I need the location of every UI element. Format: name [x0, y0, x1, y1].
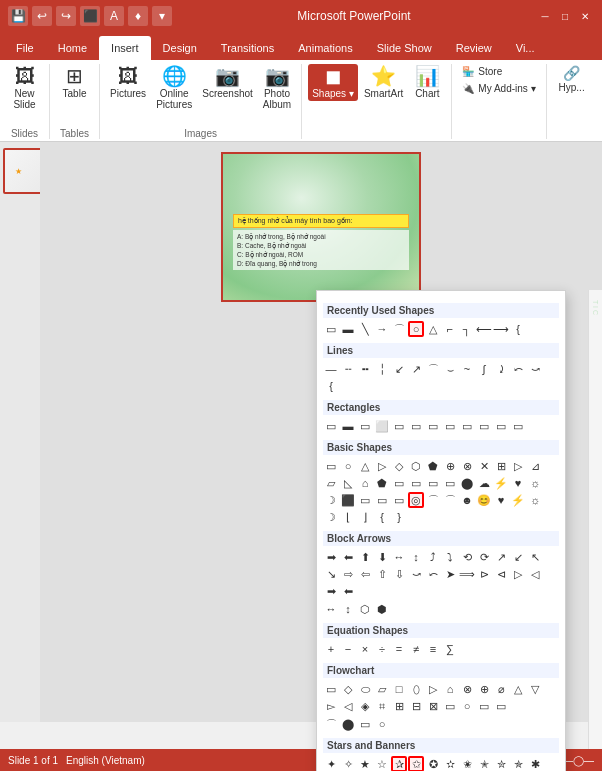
line-brace[interactable]: { [323, 378, 339, 394]
new-slide-btn[interactable]: 🖼 NewSlide [7, 64, 43, 112]
basic-43[interactable]: { [374, 509, 390, 525]
shape-arrow-r[interactable]: ⟶ [493, 321, 509, 337]
tab-slideshow[interactable]: Slide Show [365, 36, 444, 60]
fc-6[interactable]: ⬯ [408, 681, 424, 697]
rect-1[interactable]: ▭ [323, 418, 339, 434]
basic-34[interactable]: ⌒ [442, 492, 458, 508]
shape-corner[interactable]: ⌐ [442, 321, 458, 337]
fc-4[interactable]: ▱ [374, 681, 390, 697]
basic-40[interactable]: ☽ [323, 509, 339, 525]
rect-4[interactable]: ⬜ [374, 418, 390, 434]
basic-29[interactable]: ▭ [357, 492, 373, 508]
fc-21[interactable]: ▭ [442, 698, 458, 714]
tab-design[interactable]: Design [151, 36, 209, 60]
fc-1[interactable]: ▭ [323, 681, 339, 697]
fc-7[interactable]: ▷ [425, 681, 441, 697]
shape-oval-selected[interactable]: ○ [408, 321, 424, 337]
basic-28[interactable]: ⬛ [340, 492, 356, 508]
star-3[interactable]: ★ [357, 756, 373, 771]
fc-20[interactable]: ⊠ [425, 698, 441, 714]
save-icon[interactable]: 💾 [8, 6, 28, 26]
pictures-btn[interactable]: 🖼 Pictures [106, 64, 150, 101]
star-4[interactable]: ☆ [374, 756, 390, 771]
eq-2[interactable]: − [340, 641, 356, 657]
rect-3[interactable]: ▭ [357, 418, 373, 434]
slide-canvas[interactable]: hệ thống nhớ của máy tính bao gồm: A: Bộ… [221, 152, 421, 302]
basic-35[interactable]: ☻ [459, 492, 475, 508]
shapes-btn[interactable]: ◼ Shapes ▾ [308, 64, 358, 101]
star-11[interactable]: ✮ [493, 756, 509, 771]
tab-view[interactable]: Vi... [504, 36, 547, 60]
fc-22[interactable]: ○ [459, 698, 475, 714]
eq-6[interactable]: ≠ [408, 641, 424, 657]
chart-btn[interactable]: 📊 Chart [409, 64, 445, 101]
store-btn[interactable]: 🏪 Store [458, 64, 528, 79]
shape-arrow-l[interactable]: ⟵ [476, 321, 492, 337]
line-10[interactable]: ∫ [476, 361, 492, 377]
basic-14[interactable]: ▱ [323, 475, 339, 491]
fc-24[interactable]: ▭ [493, 698, 509, 714]
ba-16[interactable]: ⇦ [357, 566, 373, 582]
star-6-selected[interactable]: ✩ [408, 756, 424, 771]
present-icon[interactable]: ⬛ [80, 6, 100, 26]
basic-1[interactable]: ▭ [323, 458, 339, 474]
ba-24[interactable]: ⊲ [493, 566, 509, 582]
basic-25[interactable]: ♥ [510, 475, 526, 491]
fc-8[interactable]: ⌂ [442, 681, 458, 697]
ba-13[interactable]: ↖ [527, 549, 543, 565]
ba-8[interactable]: ⤵ [442, 549, 458, 565]
ba-1[interactable]: ➡ [323, 549, 339, 565]
basic-26[interactable]: ☼ [527, 475, 543, 491]
line-9[interactable]: ~ [459, 361, 475, 377]
screenshot-btn[interactable]: 📷 Screenshot [198, 64, 257, 101]
line-13[interactable]: ⤻ [527, 361, 543, 377]
ba-18[interactable]: ⇩ [391, 566, 407, 582]
ba-30[interactable]: ↕ [340, 601, 356, 617]
ba-31[interactable]: ⬡ [357, 601, 373, 617]
basic-36[interactable]: 😊 [476, 492, 492, 508]
fc-2[interactable]: ◇ [340, 681, 356, 697]
line-3[interactable]: ╍ [357, 361, 373, 377]
tab-file[interactable]: File [4, 36, 46, 60]
star-13[interactable]: ✱ [527, 756, 543, 771]
rect-11[interactable]: ▭ [493, 418, 509, 434]
ba-2[interactable]: ⬅ [340, 549, 356, 565]
shape-arc[interactable]: ⌒ [391, 321, 407, 337]
star-1[interactable]: ✦ [323, 756, 339, 771]
maximize-btn[interactable]: □ [556, 7, 574, 25]
ba-5[interactable]: ↔ [391, 549, 407, 565]
tab-transitions[interactable]: Transitions [209, 36, 286, 60]
fc-26[interactable]: ⬤ [340, 716, 356, 732]
line-4[interactable]: ╎ [374, 361, 390, 377]
basic-39[interactable]: ☼ [527, 492, 543, 508]
ba-22[interactable]: ⟹ [459, 566, 475, 582]
basic-27[interactable]: ☽ [323, 492, 339, 508]
ba-19[interactable]: ⤻ [408, 566, 424, 582]
eq-4[interactable]: ÷ [374, 641, 390, 657]
basic-15[interactable]: ◺ [340, 475, 356, 491]
table-btn[interactable]: ⊞ Table [57, 64, 93, 101]
ba-23[interactable]: ⊳ [476, 566, 492, 582]
ba-9[interactable]: ⟲ [459, 549, 475, 565]
close-btn[interactable]: ✕ [576, 7, 594, 25]
ba-12[interactable]: ↙ [510, 549, 526, 565]
ba-14[interactable]: ↘ [323, 566, 339, 582]
smartart-btn[interactable]: ⭐ SmartArt [360, 64, 407, 101]
star-7[interactable]: ✪ [425, 756, 441, 771]
rect-7[interactable]: ▭ [425, 418, 441, 434]
ba-27[interactable]: ➡ [323, 583, 339, 599]
fc-15[interactable]: ◁ [340, 698, 356, 714]
basic-42[interactable]: ⌋ [357, 509, 373, 525]
basic-24[interactable]: ⚡ [493, 475, 509, 491]
fc-18[interactable]: ⊞ [391, 698, 407, 714]
basic-8[interactable]: ⊕ [442, 458, 458, 474]
ba-17[interactable]: ⇧ [374, 566, 390, 582]
shape-corner2[interactable]: ┐ [459, 321, 475, 337]
basic-37[interactable]: ♥ [493, 492, 509, 508]
addins-btn[interactable]: 🔌 My Add-ins ▾ [458, 81, 539, 96]
line-12[interactable]: ⤺ [510, 361, 526, 377]
fc-23[interactable]: ▭ [476, 698, 492, 714]
fc-10[interactable]: ⊕ [476, 681, 492, 697]
zoom-slider-icon[interactable]: —◯— [563, 755, 594, 766]
undo-icon[interactable]: ↩ [32, 6, 52, 26]
